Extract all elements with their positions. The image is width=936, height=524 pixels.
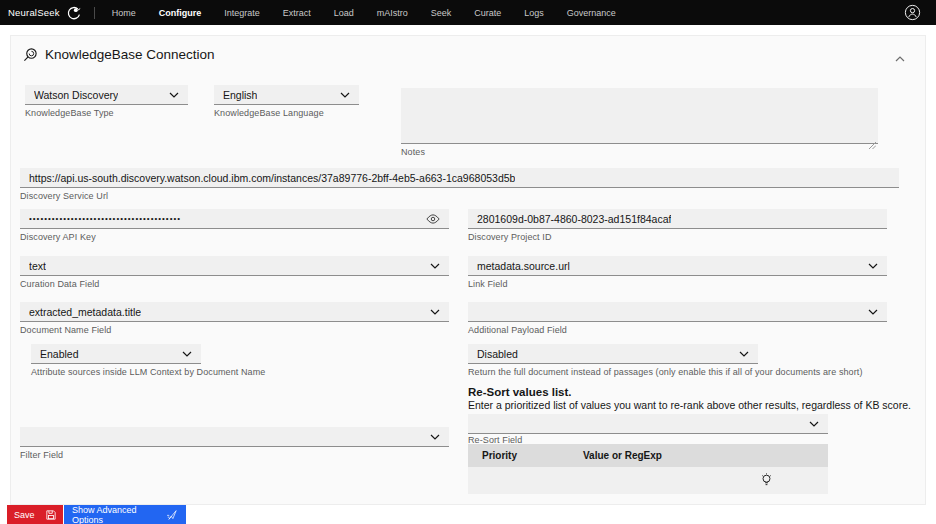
kb-type-value: Watson Discovery	[34, 89, 118, 101]
navbar-divider	[94, 7, 95, 19]
panel-title: KnowledgeBase Connection	[45, 47, 215, 62]
service-url-label: Discovery Service Url	[20, 191, 108, 201]
nav-item-integrate[interactable]: Integrate	[224, 8, 260, 18]
nav-item-governance[interactable]: Governance	[567, 8, 616, 18]
chevron-down-icon	[430, 263, 440, 269]
api-key-label: Discovery API Key	[20, 232, 96, 242]
chevron-up-icon	[895, 56, 905, 62]
chevron-down-icon	[868, 263, 878, 269]
notes-textarea[interactable]	[401, 88, 878, 144]
nav-item-curate[interactable]: Curate	[474, 8, 501, 18]
user-account-button[interactable]	[904, 4, 921, 21]
additional-payload-field-label: Additional Payload Field	[468, 325, 567, 335]
full-document-return-value: Disabled	[477, 348, 518, 360]
full-document-return-select[interactable]: Disabled	[468, 344, 758, 364]
kb-type-select[interactable]: Watson Discovery	[25, 85, 188, 105]
nav-item-configure[interactable]: Configure	[159, 8, 202, 18]
chevron-down-icon	[169, 92, 179, 98]
notes-label: Notes	[401, 147, 425, 157]
link-field-label: Link Field	[468, 279, 508, 289]
link-field-select[interactable]: metadata.source.url	[468, 256, 887, 276]
chevron-down-icon	[868, 309, 878, 315]
filter-field-select[interactable]	[20, 427, 449, 447]
api-key-masked-value: ••••••••••••••••••••••••••••••••••••••••	[29, 214, 181, 223]
resort-description: Enter a prioritized list of values you w…	[468, 399, 911, 411]
document-name-field-label: Document Name Field	[20, 325, 111, 335]
resort-column-value: Value or RegExp	[583, 450, 662, 461]
kb-language-value: English	[223, 89, 257, 101]
chevron-down-icon	[430, 309, 440, 315]
curation-data-field-label: Curation Data Field	[20, 279, 99, 289]
user-icon	[904, 4, 921, 21]
kb-language-label: KnowledgeBase Language	[214, 108, 324, 118]
chevron-down-icon	[809, 421, 819, 427]
curation-data-field-value: text	[29, 260, 46, 272]
nav-item-extract[interactable]: Extract	[283, 8, 311, 18]
nav-item-maistro[interactable]: mAIstro	[377, 8, 408, 18]
attribute-sources-value: Enabled	[40, 348, 79, 360]
resort-table-body	[468, 467, 828, 494]
service-url-input[interactable]: https://api.us-south.discovery.watson.cl…	[20, 168, 899, 188]
kb-type-label: KnowledgeBase Type	[25, 108, 114, 118]
brand-name: NeuralSeek	[8, 7, 60, 18]
curation-data-field-select[interactable]: text	[20, 256, 449, 276]
resort-title: Re-Sort values list.	[468, 386, 572, 398]
show-advanced-options-button[interactable]: Show Advanced Options	[64, 505, 186, 524]
nav-menu: Home Configure Integrate Extract Load mA…	[112, 8, 616, 18]
chevron-down-icon	[340, 92, 350, 98]
project-id-label: Discovery Project ID	[468, 232, 552, 242]
project-id-value: 2801609d-0b87-4860-8023-ad151f84acaf	[477, 213, 671, 225]
save-button-label: Save	[14, 510, 35, 520]
rocket-icon	[166, 509, 178, 521]
document-name-field-value: extracted_metadata.title	[29, 306, 141, 318]
nav-item-home[interactable]: Home	[112, 8, 136, 18]
resort-column-priority: Priority	[468, 450, 583, 461]
save-button[interactable]: Save	[7, 505, 63, 524]
lightbulb-icon	[761, 473, 772, 492]
chevron-down-icon	[182, 351, 192, 357]
top-navbar: NeuralSeek Home Configure Integrate Extr…	[0, 0, 936, 25]
resort-field-select[interactable]	[468, 414, 828, 434]
eye-icon[interactable]	[426, 214, 440, 224]
attribute-sources-label: Attribute sources inside LLM Context by …	[31, 367, 265, 377]
neuralseek-logo-icon	[65, 5, 81, 21]
service-url-value: https://api.us-south.discovery.watson.cl…	[29, 172, 515, 184]
filter-field-label: Filter Field	[20, 450, 63, 460]
resize-handle-icon[interactable]	[869, 135, 876, 153]
collapse-panel-button[interactable]	[895, 48, 905, 66]
nav-item-load[interactable]: Load	[334, 8, 354, 18]
kb-search-icon	[23, 47, 38, 66]
nav-item-seek[interactable]: Seek	[431, 8, 452, 18]
chevron-down-icon	[739, 351, 749, 357]
additional-payload-field-select[interactable]	[468, 302, 887, 322]
link-field-value: metadata.source.url	[477, 260, 570, 272]
attribute-sources-select[interactable]: Enabled	[31, 344, 201, 364]
page: NeuralSeek Home Configure Integrate Extr…	[0, 0, 936, 524]
nav-item-logs[interactable]: Logs	[524, 8, 544, 18]
document-name-field-select[interactable]: extracted_metadata.title	[20, 302, 449, 322]
advanced-options-label: Show Advanced Options	[72, 505, 159, 524]
resort-table-header: Priority Value or RegExp	[468, 444, 828, 467]
save-floppy-icon	[46, 510, 56, 520]
api-key-input[interactable]: ••••••••••••••••••••••••••••••••••••••••	[20, 209, 449, 229]
full-document-return-label: Return the full document instead of pass…	[468, 367, 863, 377]
project-id-input[interactable]: 2801609d-0b87-4860-8023-ad151f84acaf	[468, 209, 887, 229]
chevron-down-icon	[430, 434, 440, 440]
kb-language-select[interactable]: English	[214, 85, 359, 105]
knowledgebase-connection-panel: KnowledgeBase Connection Watson Discover…	[10, 35, 926, 505]
